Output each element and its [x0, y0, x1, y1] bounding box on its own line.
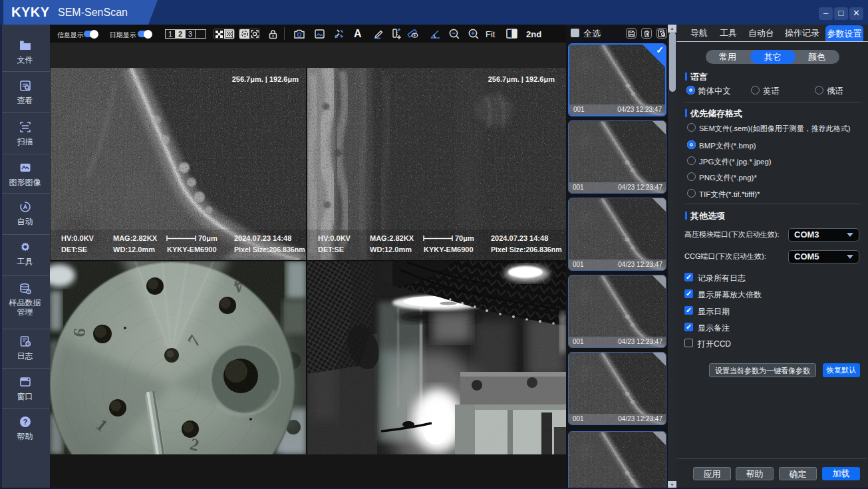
- svg-text:256.7μm. | 192.6μm: 256.7μm. | 192.6μm: [232, 75, 299, 83]
- svg-text:?: ?: [23, 418, 27, 426]
- svg-text:256.7μm. | 192.6μm: 256.7μm. | 192.6μm: [488, 75, 555, 83]
